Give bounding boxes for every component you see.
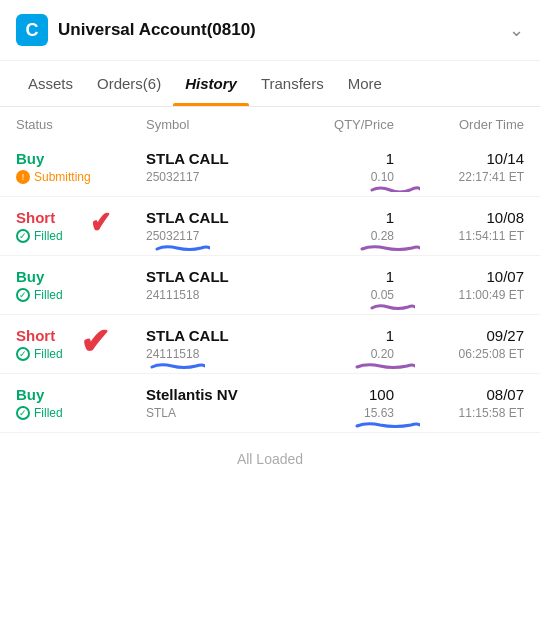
time-value: 06:25:08 ET <box>394 347 524 361</box>
tab-transfers[interactable]: Transfers <box>249 61 336 106</box>
time-value: 11:54:11 ET <box>394 229 524 243</box>
symbol-name: STLA CALL <box>146 209 284 226</box>
app-logo: C <box>16 14 48 46</box>
status-col: Buy ✓ Filled <box>16 386 146 420</box>
underline-annotation <box>370 184 420 192</box>
tab-assets[interactable]: Assets <box>16 61 85 106</box>
qty-col: 1 0.28 <box>284 209 394 243</box>
qty-value: 1 <box>284 209 394 226</box>
symbol-sub: 25032117 <box>146 170 284 184</box>
price-value: 0.05 <box>284 288 394 302</box>
table-row: Short ✓ Filled ✔ STLA CALL 24111518 1 0.… <box>0 315 540 374</box>
time-col: 08/07 11:15:58 ET <box>394 386 524 420</box>
time-value: 11:00:49 ET <box>394 288 524 302</box>
status-label: ✓ Filled <box>16 229 146 243</box>
table-row: Short ✓ Filled ✔ STLA CALL 25032117 1 0.… <box>0 197 540 256</box>
date-value: 09/27 <box>394 327 524 344</box>
tab-history[interactable]: History <box>173 61 249 106</box>
status-type: Buy <box>16 150 146 167</box>
status-col: Buy ! Submitting <box>16 150 146 184</box>
symbol-sub: STLA <box>146 406 284 420</box>
underline-annotation <box>360 243 420 251</box>
table-row: Buy ✓ Filled Stellantis NV STLA 100 15.6… <box>0 374 540 433</box>
date-value: 10/08 <box>394 209 524 226</box>
filled-icon: ✓ <box>16 288 30 302</box>
underline-annotation <box>370 302 415 310</box>
underline-annotation <box>355 420 420 428</box>
qty-col: 1 0.05 <box>284 268 394 302</box>
qty-value: 1 <box>284 268 394 285</box>
col-order-time: Order Time <box>394 117 524 132</box>
table-row: Buy ✓ Filled STLA CALL 24111518 1 0.05 1… <box>0 256 540 315</box>
filled-icon: ✓ <box>16 229 30 243</box>
filled-icon: ✓ <box>16 347 30 361</box>
date-value: 10/14 <box>394 150 524 167</box>
price-value: 0.10 <box>284 170 394 184</box>
symbol-sub: 24111518 <box>146 347 284 361</box>
table-header: Status Symbol QTY/Price Order Time <box>0 107 540 138</box>
nav-tabs: Assets Orders(6) History Transfers More <box>0 61 540 107</box>
col-symbol: Symbol <box>146 117 284 132</box>
status-type: Short <box>16 209 146 226</box>
time-value: 22:17:41 ET <box>394 170 524 184</box>
header-left: C Universal Account(0810) <box>16 14 256 46</box>
symbol-name: STLA CALL <box>146 327 284 344</box>
time-col: 10/14 22:17:41 ET <box>394 150 524 184</box>
table-row: Buy ! Submitting STLA CALL 25032117 1 0.… <box>0 138 540 197</box>
chevron-down-icon[interactable]: ⌄ <box>509 19 524 41</box>
status-col: Buy ✓ Filled <box>16 268 146 302</box>
col-qty-price: QTY/Price <box>284 117 394 132</box>
status-type: Buy <box>16 268 146 285</box>
account-title: Universal Account(0810) <box>58 20 256 40</box>
symbol-col: STLA CALL 24111518 <box>146 268 284 302</box>
date-value: 10/07 <box>394 268 524 285</box>
underline-annotation <box>155 243 210 251</box>
status-label: ! Submitting <box>16 170 146 184</box>
time-col: 10/08 11:54:11 ET <box>394 209 524 243</box>
price-value: 0.28 <box>284 229 394 243</box>
tab-more[interactable]: More <box>336 61 394 106</box>
underline-annotation <box>355 361 415 369</box>
price-value: 15.63 <box>284 406 394 420</box>
symbol-name: Stellantis NV <box>146 386 284 403</box>
symbol-col: STLA CALL 24111518 <box>146 327 284 361</box>
status-type: Buy <box>16 386 146 403</box>
qty-value: 1 <box>284 327 394 344</box>
symbol-col: STLA CALL 25032117 <box>146 209 284 243</box>
price-value: 0.20 <box>284 347 394 361</box>
symbol-sub: 25032117 <box>146 229 284 243</box>
symbol-col: Stellantis NV STLA <box>146 386 284 420</box>
qty-value: 100 <box>284 386 394 403</box>
symbol-col: STLA CALL 25032117 <box>146 150 284 184</box>
col-status: Status <box>16 117 146 132</box>
time-col: 09/27 06:25:08 ET <box>394 327 524 361</box>
checkmark-annotation: ✔ <box>90 205 111 240</box>
status-label: ✓ Filled <box>16 288 146 302</box>
qty-col: 1 0.20 <box>284 327 394 361</box>
qty-col: 1 0.10 <box>284 150 394 184</box>
tab-orders[interactable]: Orders(6) <box>85 61 173 106</box>
filled-icon: ✓ <box>16 406 30 420</box>
underline-annotation <box>150 361 205 369</box>
time-value: 11:15:58 ET <box>394 406 524 420</box>
status-col: Short ✓ Filled <box>16 209 146 243</box>
symbol-name: STLA CALL <box>146 268 284 285</box>
time-col: 10/07 11:00:49 ET <box>394 268 524 302</box>
submitting-icon: ! <box>16 170 30 184</box>
all-loaded-footer: All Loaded <box>0 433 540 485</box>
checkmark-annotation: ✔ <box>80 321 110 363</box>
status-label: ✓ Filled <box>16 406 146 420</box>
date-value: 08/07 <box>394 386 524 403</box>
header: C Universal Account(0810) ⌄ <box>0 0 540 61</box>
symbol-name: STLA CALL <box>146 150 284 167</box>
qty-col: 100 15.63 <box>284 386 394 420</box>
qty-value: 1 <box>284 150 394 167</box>
symbol-sub: 24111518 <box>146 288 284 302</box>
